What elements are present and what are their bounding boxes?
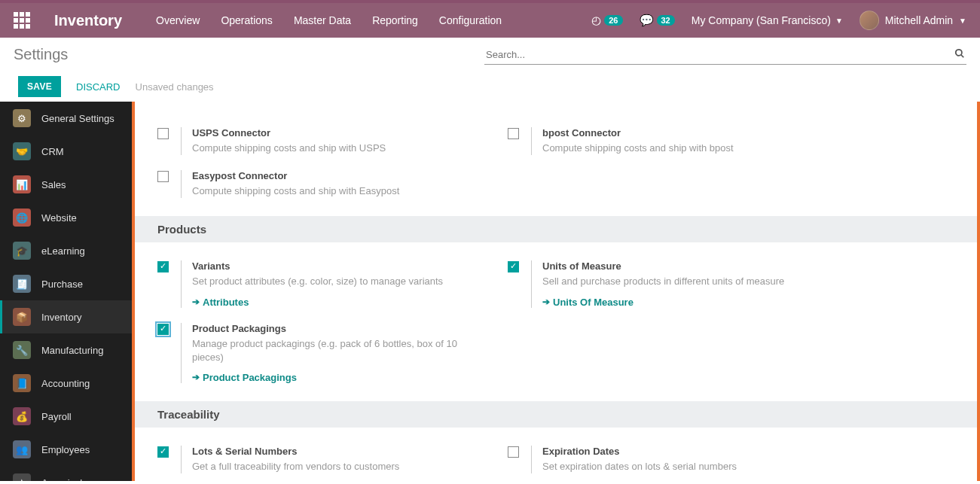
- sidebar-label: Employees: [41, 444, 90, 455]
- sidebar-item-crm[interactable]: 🤝CRM: [0, 135, 132, 168]
- sidebar-item-website[interactable]: 🌐Website: [0, 201, 132, 234]
- top-right: ◴ 26 💬 32 My Company (San Francisco) ▼ M…: [591, 11, 966, 30]
- avatar: [859, 11, 879, 30]
- settings-content: USPS ConnectorCompute shipping costs and…: [132, 102, 980, 481]
- setting-expiration-dates: Expiration DatesSet expiration dates on …: [493, 438, 843, 481]
- sidebar-icon: 🌐: [13, 209, 31, 227]
- page-title: Settings: [14, 46, 68, 63]
- user-name: Mitchell Admin: [885, 14, 953, 26]
- sidebar-label: Appraisal: [41, 477, 82, 482]
- setting-title: Expiration Dates: [542, 446, 737, 457]
- sidebar-item-manufacturing[interactable]: 🔧Manufacturing: [0, 333, 132, 367]
- setting-desc: Set product attributes (e.g. color, size…: [192, 275, 443, 288]
- arrow-right-icon: ➔: [542, 297, 550, 307]
- sidebar-label: Accounting: [41, 378, 90, 389]
- chat-icon: 💬: [640, 14, 654, 27]
- sidebar-label: Payroll: [41, 411, 72, 422]
- setting-checkbox[interactable]: [508, 446, 519, 474]
- apps-icon[interactable]: [14, 12, 33, 29]
- sidebar-item-appraisal[interactable]: ★Appraisal: [0, 466, 132, 481]
- setting-checkbox[interactable]: [157, 324, 169, 384]
- setting-title: bpost Connector: [542, 127, 734, 139]
- sidebar-label: eLearning: [41, 245, 85, 257]
- top-menu: Overview Operations Master Data Reportin…: [156, 14, 502, 26]
- sidebar-icon: 🔧: [13, 341, 31, 359]
- setting-variants: VariantsSet product attributes (e.g. col…: [142, 253, 493, 315]
- sidebar-item-general-settings[interactable]: ⚙General Settings: [0, 102, 132, 135]
- search-icon[interactable]: [954, 48, 965, 61]
- setting-link[interactable]: ➔ Product Packagings: [192, 372, 297, 383]
- sidebar-label: CRM: [41, 146, 64, 157]
- setting-desc: Manage product packagings (e.g. pack of …: [192, 337, 478, 364]
- setting-product-packagings: Product PackagingsManage product packagi…: [142, 315, 493, 391]
- discard-button[interactable]: DISCARD: [76, 81, 121, 93]
- setting-lots-serial-numbers: Lots & Serial NumbersGet a full traceabi…: [142, 438, 493, 481]
- sidebar-label: Manufacturing: [41, 345, 103, 356]
- sidebar-item-elearning[interactable]: 🎓eLearning: [0, 234, 132, 267]
- setting-link[interactable]: ➔ Attributes: [192, 297, 249, 308]
- sidebar-label: Inventory: [41, 312, 81, 323]
- sidebar-label: Sales: [41, 179, 66, 190]
- sidebar-icon: 📦: [13, 308, 31, 326]
- setting-desc: Set expiration dates on lots & serial nu…: [542, 460, 737, 473]
- activity-count: 26: [604, 15, 622, 26]
- arrow-right-icon: ➔: [192, 297, 200, 307]
- setting-easypost-connector: Easypost ConnectorCompute shipping costs…: [142, 163, 493, 205]
- sidebar-icon: ⚙: [13, 109, 31, 127]
- setting-desc: Compute shipping costs and ship with bpo…: [542, 142, 734, 155]
- chevron-down-icon: ▼: [835, 17, 843, 25]
- sidebar-icon: 💰: [13, 407, 31, 425]
- messages-indicator[interactable]: 💬 32: [640, 14, 675, 27]
- svg-line-1: [961, 54, 964, 57]
- settings-sidebar: ⚙General Settings🤝CRM📊Sales🌐Website🎓eLea…: [0, 102, 132, 481]
- arrow-right-icon: ➔: [192, 372, 200, 382]
- user-menu[interactable]: Mitchell Admin ▼: [859, 11, 966, 30]
- sidebar-item-employees[interactable]: 👥Employees: [0, 433, 132, 466]
- activity-indicator[interactable]: ◴ 26: [591, 14, 622, 27]
- setting-title: Units of Measure: [542, 260, 784, 272]
- setting-link[interactable]: ➔ Units Of Measure: [542, 297, 633, 308]
- setting-desc: Compute shipping costs and ship with Eas…: [192, 184, 399, 198]
- svg-point-0: [956, 49, 962, 55]
- sidebar-icon: 📊: [13, 175, 31, 193]
- sidebar-item-payroll[interactable]: 💰Payroll: [0, 400, 132, 433]
- setting-desc: Sell and purchase products in different …: [542, 275, 784, 288]
- setting-checkbox[interactable]: [157, 261, 169, 308]
- menu-master-data[interactable]: Master Data: [294, 14, 351, 26]
- sidebar-icon: ★: [13, 473, 31, 481]
- menu-reporting[interactable]: Reporting: [372, 14, 418, 26]
- setting-title: USPS Connector: [192, 127, 386, 139]
- sidebar-label: Purchase: [41, 279, 83, 290]
- sidebar-label: Website: [41, 212, 77, 224]
- setting-checkbox[interactable]: [508, 261, 519, 308]
- setting-title: Product Packagings: [192, 323, 478, 334]
- sidebar-icon: 🤝: [13, 142, 31, 160]
- company-name: My Company (San Francisco): [691, 14, 831, 26]
- save-button[interactable]: SAVE: [18, 76, 61, 97]
- sidebar-item-inventory[interactable]: 📦Inventory: [0, 300, 132, 333]
- sidebar-icon: 🎓: [13, 242, 31, 260]
- sidebar-label: General Settings: [41, 113, 114, 124]
- chevron-down-icon: ▼: [959, 17, 966, 25]
- menu-overview[interactable]: Overview: [156, 14, 200, 26]
- sidebar-icon: 🧾: [13, 275, 31, 293]
- setting-title: Variants: [192, 260, 443, 272]
- menu-operations[interactable]: Operations: [221, 14, 272, 26]
- setting-checkbox[interactable]: [157, 446, 169, 474]
- clock-icon: ◴: [591, 14, 601, 27]
- sidebar-item-sales[interactable]: 📊Sales: [0, 168, 132, 201]
- setting-units-of-measure: Units of MeasureSell and purchase produc…: [493, 253, 843, 315]
- sidebar-item-accounting[interactable]: 📘Accounting: [0, 367, 132, 400]
- sidebar-icon: 📘: [13, 374, 31, 392]
- setting-checkbox[interactable]: [508, 128, 519, 156]
- app-brand[interactable]: Inventory: [54, 12, 122, 29]
- setting-bpost-connector: bpost ConnectorCompute shipping costs an…: [493, 120, 843, 163]
- menu-configuration[interactable]: Configuration: [439, 14, 502, 26]
- sidebar-item-purchase[interactable]: 🧾Purchase: [0, 267, 132, 300]
- search-field[interactable]: [484, 45, 966, 65]
- search-input[interactable]: [486, 49, 954, 60]
- company-switcher[interactable]: My Company (San Francisco) ▼: [691, 14, 843, 26]
- setting-checkbox[interactable]: [157, 171, 169, 199]
- setting-title: Easypost Connector: [192, 170, 399, 181]
- setting-checkbox[interactable]: [157, 128, 169, 156]
